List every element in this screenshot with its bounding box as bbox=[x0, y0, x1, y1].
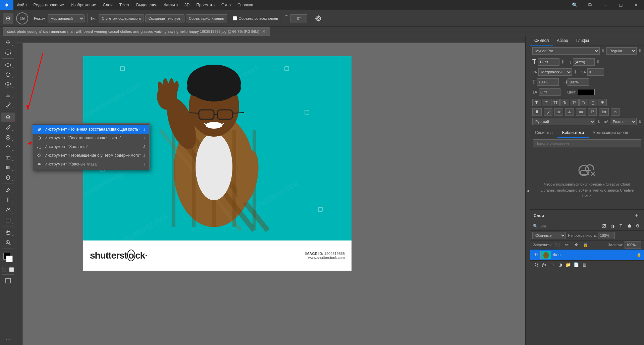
layer-row-background[interactable]: 👁 Фон 🔒 bbox=[530, 250, 644, 260]
tab-properties[interactable]: Свойства bbox=[530, 128, 557, 138]
menu-filter[interactable]: Фильтр bbox=[161, 0, 181, 10]
layers-add-btn[interactable]: + bbox=[633, 212, 641, 220]
blend-mode-select[interactable]: Обычные bbox=[532, 232, 566, 239]
heal-tool-btn[interactable] bbox=[3, 13, 13, 24]
tab-layer-comps[interactable]: Композиции слоёв bbox=[589, 128, 633, 138]
target-btn[interactable] bbox=[313, 13, 324, 24]
menu-help[interactable]: Справка bbox=[234, 0, 257, 10]
eraser-tool[interactable]: ▼ bbox=[1, 153, 15, 162]
tab-glyphs[interactable]: Глифы bbox=[572, 36, 593, 46]
eyedropper-tool[interactable]: ▼ bbox=[1, 100, 15, 110]
quick-mask-mode[interactable]: ⬜ bbox=[8, 266, 15, 273]
lock-all-btn[interactable]: 🔒 bbox=[582, 242, 589, 248]
angle-value-input[interactable] bbox=[290, 14, 307, 22]
minimize-btn[interactable]: ─ bbox=[598, 0, 613, 10]
leading-input[interactable] bbox=[573, 58, 595, 66]
tab-libraries[interactable]: Библиотеки bbox=[557, 128, 589, 138]
font-family-select[interactable]: Myriad Pro bbox=[532, 47, 600, 55]
layer-vis-btn[interactable]: 👁 bbox=[533, 252, 538, 258]
sup-T-btn[interactable]: T¹ bbox=[588, 108, 597, 116]
more-tools-btn[interactable]: ⋯ bbox=[1, 334, 15, 344]
ctx-item-spot-heal[interactable]: Инструмент «Точечная восстанавливающая к… bbox=[33, 125, 149, 134]
add-style-btn[interactable]: ƒx bbox=[540, 262, 548, 268]
ctx-item-heal-brush[interactable]: Инструмент "Восстанавливающая кисть" J bbox=[33, 134, 149, 142]
zoom-tool[interactable] bbox=[1, 238, 15, 247]
lib-search-input[interactable] bbox=[533, 139, 641, 147]
smallcaps-btn[interactable]: Tr bbox=[560, 99, 569, 106]
underline-btn[interactable]: T bbox=[589, 99, 597, 106]
path-select-tool[interactable]: ▼ bbox=[1, 205, 15, 215]
layers-filter-shape[interactable]: ⬟ bbox=[626, 223, 633, 229]
search-btn[interactable]: 🔍 bbox=[567, 0, 582, 10]
close-btn[interactable]: ✕ bbox=[629, 0, 644, 10]
clone-tool[interactable]: ▼ bbox=[1, 133, 15, 142]
font-size-input[interactable] bbox=[538, 58, 559, 66]
hand-tool[interactable]: ▼ bbox=[1, 228, 15, 237]
menu-edit[interactable]: Редактирование bbox=[30, 0, 67, 10]
old-style-btn[interactable]: 𝒻 bbox=[544, 108, 552, 116]
healing-brush-tool[interactable]: ▼ bbox=[1, 113, 15, 122]
tab-close-btn[interactable]: ✕ bbox=[262, 29, 266, 34]
strikethrough-btn[interactable]: T bbox=[598, 99, 607, 106]
lock-move-btn[interactable]: ✥ bbox=[573, 242, 580, 248]
tracking-input[interactable] bbox=[587, 68, 604, 76]
panel-collapse-btn[interactable]: ◀ bbox=[525, 36, 530, 345]
artboard-tool[interactable] bbox=[1, 48, 15, 57]
blur-tool[interactable]: ▼ bbox=[1, 173, 15, 182]
history-brush-tool[interactable]: ▼ bbox=[1, 143, 15, 152]
ligature-btn[interactable]: fi bbox=[532, 108, 542, 116]
crop-tool[interactable]: ▼ bbox=[1, 90, 15, 99]
standard-mode[interactable]: ⬛ bbox=[1, 266, 8, 273]
maximize-btn[interactable]: □ bbox=[613, 0, 629, 10]
ctx-item-patch[interactable]: Инструмент "Заплатка" J bbox=[33, 142, 149, 151]
subscript-btn[interactable]: T₁ bbox=[579, 99, 588, 106]
baseline-input[interactable] bbox=[539, 88, 560, 96]
approx-btn[interactable]: Соотв. приближения bbox=[186, 14, 227, 22]
mode-select[interactable]: Нормальный bbox=[48, 14, 85, 22]
delete-layer-btn[interactable]: 🗑 bbox=[581, 262, 588, 268]
gradient-tool[interactable]: ▼ bbox=[1, 163, 15, 172]
layers-filter-adj[interactable]: ◑ bbox=[609, 223, 616, 229]
link-layers-btn[interactable]: ⛓ bbox=[532, 262, 540, 268]
text-tool[interactable]: T ▼ bbox=[1, 195, 15, 205]
superscript-btn[interactable]: T² bbox=[570, 99, 579, 106]
lock-px-btn[interactable]: ⬛ bbox=[554, 242, 561, 248]
pen-tool[interactable]: ▼ bbox=[1, 185, 15, 195]
add-mask-btn[interactable]: □ bbox=[548, 262, 556, 268]
kerning-select[interactable]: Метрически bbox=[538, 68, 572, 76]
menu-view[interactable]: Просмотр bbox=[193, 0, 218, 10]
ctx-item-content-aware-move[interactable]: Инструмент "Перемещение с учетом содержи… bbox=[33, 151, 149, 160]
menu-window[interactable]: Окно bbox=[218, 0, 234, 10]
document-tab[interactable]: stock-photo-young-african-american-man-w… bbox=[3, 27, 270, 36]
shape-tool[interactable]: ▼ bbox=[1, 215, 15, 225]
menu-layers[interactable]: Слои bbox=[100, 0, 116, 10]
allcaps-btn[interactable]: TT bbox=[551, 99, 560, 106]
color-picker[interactable] bbox=[2, 252, 14, 264]
antialias-select[interactable]: Резкое bbox=[610, 118, 637, 125]
first-btn[interactable]: 1st bbox=[599, 108, 609, 116]
texture-btn[interactable]: Создание текстуры bbox=[145, 14, 184, 22]
type-btn[interactable]: С учетом содержимого bbox=[99, 14, 144, 22]
half-btn[interactable]: ½ bbox=[611, 108, 620, 116]
menu-text[interactable]: Текст bbox=[116, 0, 133, 10]
screen-mode-btn[interactable] bbox=[1, 276, 15, 285]
add-adj-btn[interactable]: ◑ bbox=[556, 262, 564, 268]
menu-select[interactable]: Выделение bbox=[133, 0, 161, 10]
scale-h-input[interactable] bbox=[537, 78, 559, 86]
arrange-btn[interactable]: ⧉ bbox=[582, 0, 598, 10]
scale-v-input[interactable] bbox=[568, 78, 589, 86]
menu-image[interactable]: Изображение bbox=[67, 0, 100, 10]
add-group-btn[interactable]: 📁 bbox=[565, 262, 572, 268]
opacity-input[interactable] bbox=[598, 232, 615, 239]
tab-paragraph[interactable]: Абзац bbox=[553, 36, 572, 46]
menu-file[interactable]: Файл bbox=[13, 0, 30, 10]
lock-draw-btn[interactable]: ✏ bbox=[563, 242, 571, 248]
font-style-select[interactable]: Regular bbox=[606, 47, 637, 55]
frac-btn[interactable]: A bbox=[565, 108, 574, 116]
marquee-tool[interactable]: ▼ bbox=[1, 60, 15, 69]
fill-input[interactable] bbox=[625, 241, 641, 249]
lasso-tool[interactable]: ▼ bbox=[1, 70, 15, 79]
layers-filter-text[interactable]: T bbox=[617, 223, 625, 229]
language-select[interactable]: Русский bbox=[532, 118, 595, 125]
layers-search-input[interactable] bbox=[539, 224, 566, 228]
